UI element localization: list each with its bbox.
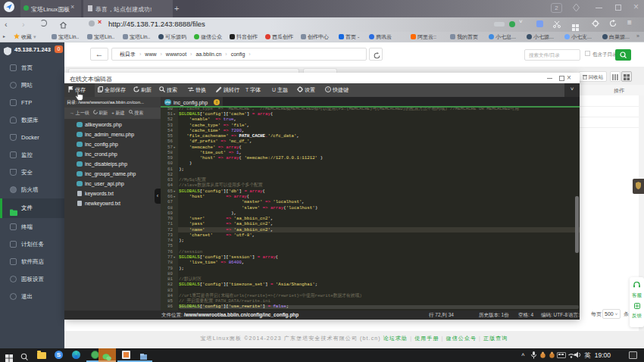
svg-text:!: ! (327, 87, 329, 92)
